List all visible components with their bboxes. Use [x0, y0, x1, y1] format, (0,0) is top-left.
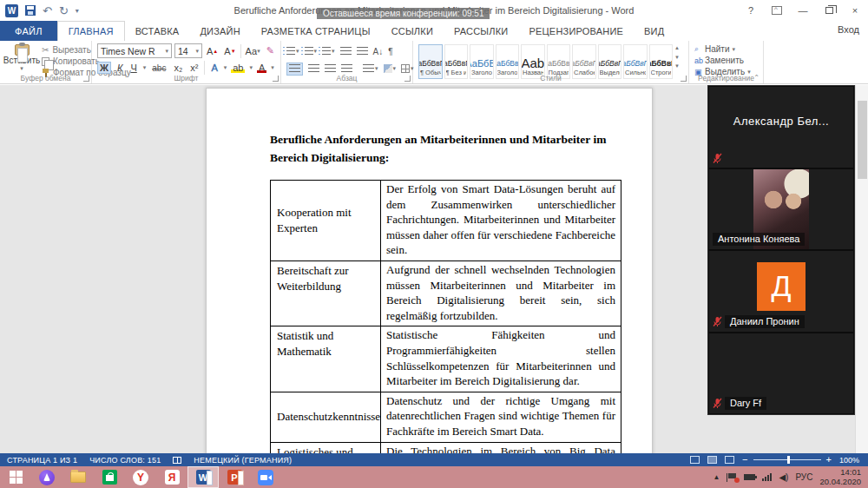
participant-tile[interactable]: Dary Ff: [709, 333, 853, 414]
tab-file[interactable]: ФАЙЛ: [0, 21, 57, 41]
ribbon-display-options-button[interactable]: [764, 1, 790, 20]
collapse-ribbon-icon[interactable]: ⌃: [753, 74, 760, 82]
styles-scroll-down-icon[interactable]: ▼: [674, 55, 680, 60]
justify-button[interactable]: [341, 64, 352, 74]
taskbar-yandex-button[interactable]: Я: [156, 466, 187, 488]
redo-icon[interactable]: ↻: [59, 5, 69, 16]
line-spacing-button[interactable]: ▾: [363, 64, 378, 74]
shading-button[interactable]: ▾: [384, 64, 397, 73]
shrink-font-button[interactable]: А▼: [222, 46, 237, 56]
table-cell-desc[interactable]: Die Technologien im Bereich von Big Data…: [381, 442, 621, 453]
paragraph-dialog-launcher[interactable]: [404, 76, 411, 82]
strikethrough-button[interactable]: abc: [150, 63, 168, 73]
zoom-in-icon[interactable]: +: [826, 455, 832, 465]
web-layout-icon[interactable]: [725, 456, 734, 464]
font-dialog-launcher[interactable]: [273, 76, 279, 82]
print-layout-icon[interactable]: [707, 456, 717, 464]
taskbar-yandex-browser-button[interactable]: Y: [125, 466, 156, 488]
start-button[interactable]: [0, 466, 31, 488]
zoom-track[interactable]: [753, 459, 821, 460]
sign-in-link[interactable]: Вход: [838, 24, 859, 35]
participant-tile[interactable]: Антонина Коняева: [709, 169, 853, 250]
align-center-button[interactable]: [308, 64, 319, 74]
battery-icon[interactable]: [744, 474, 755, 480]
scrollbar-thumb[interactable]: [858, 101, 867, 179]
table-cell-term[interactable]: Datenschutzkenntnisse: [271, 392, 381, 442]
underline-dropdown-icon[interactable]: ▾: [143, 64, 147, 71]
word-app-icon[interactable]: W: [5, 4, 18, 17]
show-formatting-button[interactable]: ¶: [388, 47, 392, 56]
table-cell-desc[interactable]: Datenschutz und der richtige Umgang mit …: [381, 392, 621, 442]
network-signal-icon[interactable]: [762, 473, 772, 481]
bold-button[interactable]: Ж: [97, 62, 111, 74]
tab-view[interactable]: ВИД: [634, 21, 674, 41]
font-size-select[interactable]: 14▾: [174, 43, 202, 58]
taskbar-store-button[interactable]: [94, 466, 125, 488]
find-button[interactable]: ⌕Найти▾: [694, 43, 760, 55]
table-cell-desc[interactable]: Aufgrund der schnell wechselnden Technol…: [381, 260, 621, 326]
proofing-icon[interactable]: [173, 457, 181, 464]
align-right-button[interactable]: [325, 64, 336, 74]
borders-button[interactable]: ▾: [401, 64, 414, 73]
read-mode-icon[interactable]: [690, 456, 700, 464]
zoom-level[interactable]: 100%: [839, 456, 859, 465]
taskbar-zoom-button[interactable]: [250, 466, 281, 488]
grow-font-button[interactable]: А▲: [205, 46, 220, 56]
tab-references[interactable]: ССЫЛКИ: [381, 21, 444, 41]
close-button[interactable]: ×: [842, 1, 868, 20]
tab-home[interactable]: ГЛАВНАЯ: [57, 21, 125, 41]
clipboard-dialog-launcher[interactable]: [83, 76, 89, 82]
page-indicator[interactable]: СТРАНИЦА 1 ИЗ 1: [7, 456, 77, 465]
bullet-list-button[interactable]: ▾: [286, 47, 299, 56]
tray-expand-icon[interactable]: ▲: [713, 473, 720, 481]
zoom-thumb[interactable]: [787, 456, 790, 464]
language-indicator[interactable]: НЕМЕЦКИЙ (ГЕРМАНИЯ): [194, 456, 292, 465]
numbered-list-button[interactable]: ▾: [305, 47, 318, 56]
zoom-out-icon[interactable]: −: [742, 455, 747, 465]
text-effects-button[interactable]: А: [209, 63, 219, 73]
change-case-button[interactable]: Аа▾: [244, 46, 262, 56]
tab-mailings[interactable]: РАССЫЛКИ: [444, 21, 518, 41]
customize-qat-icon[interactable]: ▾: [76, 7, 79, 15]
save-icon[interactable]: [25, 5, 36, 16]
action-center-flag-icon[interactable]: [727, 473, 737, 482]
tab-review[interactable]: РЕЦЕНЗИРОВАНИЕ: [518, 21, 634, 41]
paste-dropdown-icon[interactable]: ▾: [20, 65, 23, 72]
clear-formatting-button[interactable]: ✎: [265, 45, 276, 56]
minimize-button[interactable]: —: [790, 1, 816, 20]
undo-icon[interactable]: ↶: [43, 5, 52, 16]
tab-page-layout[interactable]: РАЗМЕТКА СТРАНИЦЫ: [251, 21, 381, 41]
superscript-button[interactable]: x²: [188, 63, 200, 73]
subscript-button[interactable]: x₂: [172, 63, 184, 73]
help-icon[interactable]: ?: [738, 1, 764, 20]
language-switcher[interactable]: РУС: [795, 472, 812, 482]
table-cell-term[interactable]: Bereitschaft zur Weiterbildung: [271, 260, 381, 326]
font-name-select[interactable]: Times New R▾: [97, 43, 172, 58]
paste-button[interactable]: Вставить ▾: [5, 43, 38, 72]
zoom-slider[interactable]: − +: [742, 455, 832, 465]
meeting-participants-panel[interactable]: Александр Бел... Антонина Коняева Д Дани…: [707, 85, 855, 415]
sort-button[interactable]: А↓: [373, 47, 384, 56]
replace-button[interactable]: abЗаменить: [694, 55, 760, 66]
restore-button[interactable]: [816, 1, 842, 20]
table-cell-term[interactable]: Kooperation mit Experten: [271, 181, 381, 261]
multilevel-list-button[interactable]: ▾: [322, 47, 335, 56]
word-count[interactable]: ЧИСЛО СЛОВ: 151: [89, 456, 161, 465]
styles-dialog-launcher[interactable]: [681, 76, 687, 82]
taskbar-powerpoint-button[interactable]: P: [219, 466, 250, 488]
table-cell-desc[interactable]: Statistische Fähigkeiten und Programmier…: [381, 326, 621, 392]
tab-insert[interactable]: ВСТАВКА: [125, 21, 190, 41]
taskbar-alice-button[interactable]: [31, 466, 62, 488]
increase-indent-button[interactable]: [357, 47, 368, 56]
styles-more-icon[interactable]: ▼: [674, 63, 680, 69]
decrease-indent-button[interactable]: [340, 47, 352, 56]
italic-button[interactable]: К: [115, 63, 124, 73]
table-cell-desc[interactable]: Der Erfolg von Smart Data-Lösungen beruh…: [381, 181, 621, 261]
participant-tile[interactable]: Александр Бел...: [709, 87, 853, 168]
participant-tile[interactable]: Д Даниил Пронин: [709, 251, 853, 332]
highlight-color-button[interactable]: ab: [231, 63, 245, 73]
font-color-button[interactable]: А: [257, 63, 266, 73]
table-cell-term[interactable]: Logistisches und analytisches Denken: [271, 442, 381, 453]
tab-design[interactable]: ДИЗАЙН: [189, 21, 250, 41]
taskbar-explorer-button[interactable]: [62, 466, 94, 488]
